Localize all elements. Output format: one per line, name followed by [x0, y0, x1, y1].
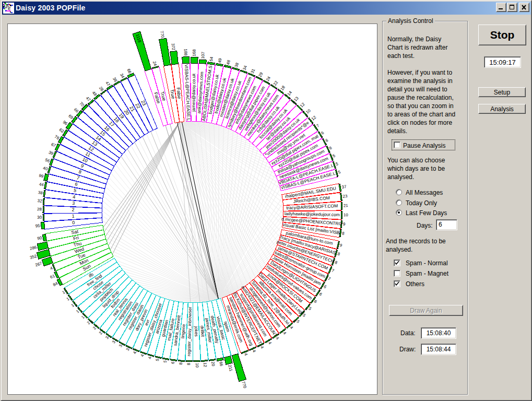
svg-text:90: 90: [37, 235, 43, 241]
svg-text:lingerie: lingerie: [180, 324, 186, 338]
svg-text:211: 211: [227, 364, 233, 372]
svg-text:44: 44: [39, 182, 44, 187]
svg-text:6: 6: [171, 361, 176, 364]
svg-text:24: 24: [265, 75, 271, 82]
svg-text:2: 2: [72, 207, 74, 213]
svg-text:40: 40: [42, 166, 49, 171]
svg-text:37: 37: [341, 184, 347, 190]
svg-text:286: 286: [29, 245, 38, 251]
svg-text:5: 5: [332, 154, 336, 159]
svg-text:372: 372: [170, 43, 176, 51]
svg-text:21: 21: [344, 203, 349, 208]
svg-text:12: 12: [203, 362, 208, 368]
svg-text:8: 8: [341, 231, 345, 236]
svg-text:49: 49: [217, 57, 223, 63]
svg-text:31: 31: [250, 68, 256, 74]
svg-text:10: 10: [195, 363, 199, 368]
svg-text:66: 66: [218, 361, 224, 367]
svg-text:188: 188: [183, 49, 188, 56]
svg-text:3: 3: [72, 200, 75, 206]
svg-text:8: 8: [179, 362, 183, 365]
svg-text:4: 4: [243, 352, 249, 357]
svg-text:jokes: jokes: [194, 326, 199, 337]
svg-text:4: 4: [147, 356, 152, 360]
svg-text:9: 9: [339, 243, 343, 248]
svg-text:56: 56: [44, 158, 51, 164]
svg-text:95: 95: [35, 223, 40, 229]
svg-text:7: 7: [331, 268, 335, 274]
svg-text:54: 54: [209, 56, 214, 62]
svg-text:28: 28: [37, 207, 42, 211]
svg-text:66: 66: [126, 68, 132, 74]
svg-text:drillkit: drillkit: [199, 325, 206, 337]
svg-text:107: 107: [200, 51, 206, 58]
svg-text:770: 770: [159, 30, 165, 38]
svg-text:99: 99: [39, 173, 44, 179]
svg-text:10: 10: [344, 213, 349, 217]
svg-text:32: 32: [37, 198, 42, 204]
svg-text:352: 352: [29, 254, 38, 260]
svg-text:48: 48: [226, 60, 231, 65]
svg-text:39: 39: [48, 150, 54, 156]
svg-text:34: 34: [242, 65, 248, 71]
svg-text:38: 38: [38, 190, 43, 195]
svg-text:168: 168: [192, 49, 196, 56]
svg-text:38: 38: [234, 62, 240, 68]
svg-text:23: 23: [342, 194, 348, 199]
svg-text:1: 1: [72, 214, 74, 219]
svg-text:4: 4: [252, 349, 257, 353]
svg-text:22: 22: [273, 80, 279, 87]
svg-text:24: 24: [152, 61, 158, 66]
svg-text:770: 770: [241, 381, 247, 389]
svg-text:267: 267: [34, 261, 43, 267]
svg-text:9: 9: [343, 222, 346, 227]
svg-text:0: 0: [72, 220, 75, 225]
svg-text:20: 20: [210, 361, 216, 367]
svg-text:5: 5: [335, 161, 339, 167]
svg-text:30: 30: [37, 215, 42, 220]
svg-text:5: 5: [155, 358, 160, 362]
svg-text:8: 8: [334, 260, 338, 265]
svg-text:8: 8: [337, 252, 340, 257]
svg-text:james@daisy.co.uk: james@daisy.co.uk: [191, 73, 196, 112]
svg-text:8: 8: [186, 362, 191, 365]
svg-text:5: 5: [163, 360, 168, 363]
svg-text:29: 29: [257, 72, 264, 78]
svg-text:5: 5: [338, 170, 341, 175]
